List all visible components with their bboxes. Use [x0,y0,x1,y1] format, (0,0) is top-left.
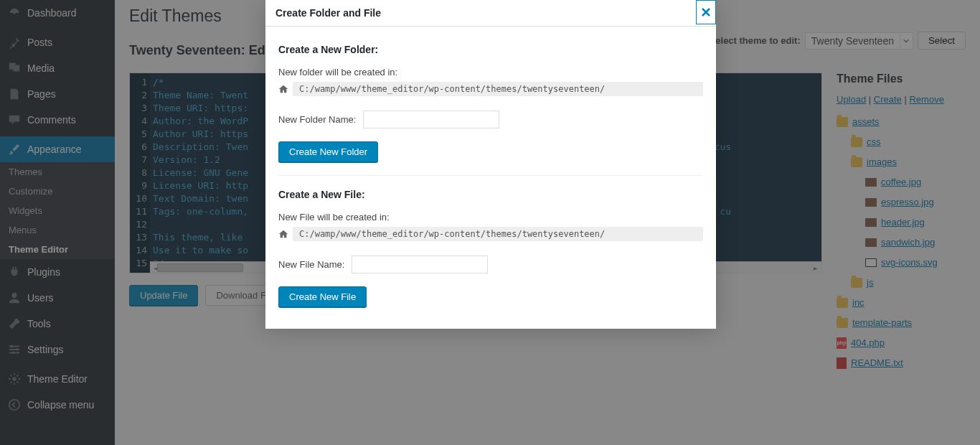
home-icon [278,84,288,94]
file-name-label: New File Name: [278,259,344,270]
create-folder-file-modal: Create Folder and File Create a New Fold… [265,0,716,329]
folder-name-label: New Folder Name: [278,114,356,125]
file-path-label: New File will be created in: [278,212,703,222]
file-name-input[interactable] [352,256,488,273]
create-file-button[interactable]: Create New File [278,286,367,307]
folder-path-value: C:/wamp/www/theme_editor/wp-content/them… [293,82,703,96]
create-folder-button[interactable]: Create New Folder [278,141,378,162]
file-path-value: C:/wamp/www/theme_editor/wp-content/them… [293,227,703,241]
create-folder-heading: Create a New Folder: [278,44,703,55]
home-icon [278,229,288,239]
modal-close-button[interactable] [696,0,716,24]
modal-title: Create Folder and File [275,7,381,19]
close-icon [702,8,710,17]
create-file-heading: Create a New File: [278,189,703,200]
modal-header: Create Folder and File [265,0,716,27]
folder-path-label: New folder will be created in: [278,67,703,78]
folder-name-input[interactable] [363,111,499,128]
